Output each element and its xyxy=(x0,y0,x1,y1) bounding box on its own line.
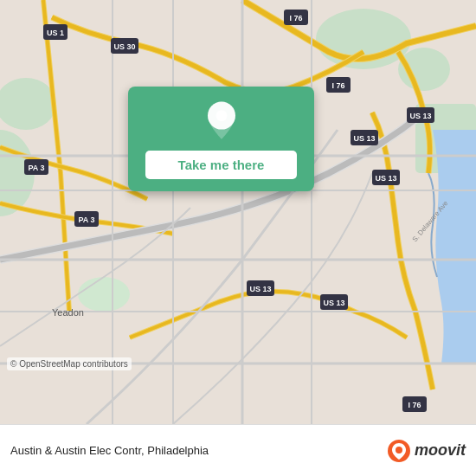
svg-point-6 xyxy=(78,277,130,312)
svg-text:US 13: US 13 xyxy=(249,285,271,293)
svg-text:US 13: US 13 xyxy=(323,299,344,307)
svg-text:I 76: I 76 xyxy=(289,14,302,23)
svg-text:US 13: US 13 xyxy=(353,134,375,143)
location-tooltip[interactable]: Take me there xyxy=(128,87,314,191)
svg-text:US 30: US 30 xyxy=(113,42,135,51)
svg-text:I 76: I 76 xyxy=(408,401,421,409)
moovit-logo: moovit xyxy=(387,439,466,463)
take-me-there-button[interactable]: Take me there xyxy=(145,151,297,179)
svg-point-38 xyxy=(396,447,402,453)
svg-text:PA 3: PA 3 xyxy=(78,215,94,224)
bottom-bar: Austin & Austin Elec Contr, Philadelphia… xyxy=(0,424,476,476)
svg-text:US 1: US 1 xyxy=(47,29,64,37)
location-label: Austin & Austin Elec Contr, Philadelphia xyxy=(10,444,209,457)
location-pin-icon xyxy=(201,100,242,142)
svg-text:PA 3: PA 3 xyxy=(28,164,44,172)
svg-text:US 13: US 13 xyxy=(409,112,431,120)
moovit-logo-icon xyxy=(387,439,411,463)
svg-text:I 76: I 76 xyxy=(331,81,344,90)
copyright-notice: © OpenStreetMap contributors xyxy=(7,357,132,370)
svg-text:US 13: US 13 xyxy=(375,174,396,183)
svg-text:Yeadon: Yeadon xyxy=(52,307,84,318)
svg-point-36 xyxy=(215,110,227,121)
map-container: US 1 US 30 US 30 I 76 I 76 US 13 US 13 U… xyxy=(0,0,476,424)
moovit-brand-text: moovit xyxy=(415,441,466,460)
